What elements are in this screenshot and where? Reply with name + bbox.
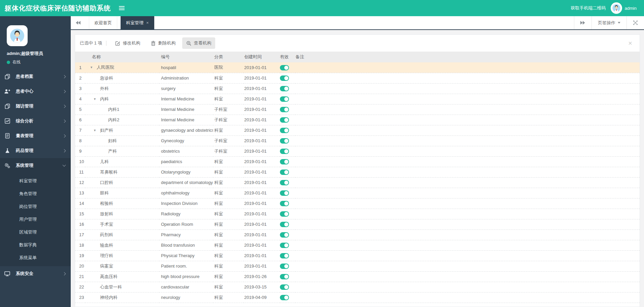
cell-category: 科室 <box>213 261 244 271</box>
table-row[interactable]: 21高血压科high blood pressure科室2019-01-26 <box>75 271 640 282</box>
cell-name: ▼内科 <box>85 94 159 104</box>
valid-toggle[interactable] <box>280 284 289 290</box>
table-row[interactable]: 7▼妇产科gynaecology and obstetrics科室2019-01… <box>75 125 640 135</box>
table-row[interactable]: 18输血科Blood transfusion科室2019-01-01 <box>75 240 640 250</box>
valid-toggle[interactable] <box>280 75 289 81</box>
table-row[interactable]: 10儿科paediatrics科室2019-01-01 <box>75 156 640 167</box>
edit-org-button[interactable]: 修改机构 <box>111 37 144 49</box>
sidebar-item-patient-center[interactable]: 患者中心 <box>0 84 71 99</box>
sidebar-item-scale-management[interactable]: 量表管理 <box>0 128 71 143</box>
tabs-scroll-right-button[interactable] <box>574 16 591 29</box>
hamburger-menu-icon[interactable] <box>119 6 125 10</box>
valid-toggle[interactable] <box>280 222 289 227</box>
table-row[interactable]: 4▼内科Internal Medicine科室2019-01-01 <box>75 94 640 104</box>
valid-toggle[interactable] <box>280 201 289 206</box>
panel-close-icon[interactable]: × <box>628 40 635 47</box>
valid-toggle[interactable] <box>280 138 289 144</box>
valid-toggle[interactable] <box>280 65 289 70</box>
valid-toggle[interactable] <box>280 295 289 300</box>
view-org-button[interactable]: 查看机构 <box>182 37 215 49</box>
table-row[interactable]: 20病案室Patient room.科室2019-01-01 <box>75 261 640 271</box>
table-row[interactable]: 17药剂科Pharmacy科室2019-01-01 <box>75 229 640 240</box>
table-row[interactable]: 3外科surgery科室2019-01-01 <box>75 83 640 94</box>
cell-valid <box>280 104 295 115</box>
sidebar-subitem[interactable]: 用户管理 <box>0 213 71 226</box>
cell-created: 2019-01-01 <box>244 198 280 209</box>
cell-remark <box>295 104 640 115</box>
expand-caret-icon[interactable]: ▼ <box>93 97 100 101</box>
valid-toggle[interactable] <box>280 264 289 269</box>
valid-toggle[interactable] <box>280 117 289 123</box>
name-wrap: 急诊科 <box>85 75 159 81</box>
table-row[interactable]: 19理疗科Physical Therapy科室2019-01-01 <box>75 250 640 261</box>
valid-toggle[interactable] <box>280 86 289 91</box>
toggle-knob <box>284 264 288 268</box>
valid-toggle[interactable] <box>280 211 289 217</box>
sidebar-subitem[interactable]: 区域管理 <box>0 226 71 239</box>
table-row[interactable]: 1▼人民医院hospatil医院2019-01-01 <box>75 62 640 73</box>
cell-remark <box>295 198 640 209</box>
valid-toggle[interactable] <box>280 128 289 133</box>
expand-caret-icon[interactable]: ▼ <box>93 129 100 132</box>
table-row[interactable]: 23神经内科neurology科室2019-04-09 <box>75 292 640 303</box>
tab-operations-dropdown[interactable]: 页签操作 <box>591 16 626 29</box>
department-name: 眼科 <box>100 190 109 196</box>
sidebar-item-label: 系统安全 <box>16 271 33 277</box>
sidebar-item-patient-archive[interactable]: 患者档案 <box>0 69 71 84</box>
valid-toggle[interactable] <box>280 253 289 258</box>
cell-index: 21 <box>75 271 85 282</box>
valid-toggle[interactable] <box>280 190 289 196</box>
valid-toggle[interactable] <box>280 107 289 112</box>
name-wrap: 神经内科 <box>85 295 159 301</box>
table-row[interactable]: 16手术室 Operation Room科室2019-01-01 <box>75 219 640 229</box>
cell-name: 急诊科 <box>85 73 159 83</box>
fullscreen-button[interactable] <box>626 16 644 29</box>
table-row[interactable]: 5内科1Internal Medicine子科室2019-01-01 <box>75 104 640 115</box>
valid-toggle[interactable] <box>280 159 289 164</box>
tab-close-icon[interactable]: × <box>146 21 149 25</box>
table-row[interactable]: 15放射科Radiology科室2019-01-01 <box>75 209 640 219</box>
table-row[interactable]: 14检验科Inspection Division科室2019-01-01 <box>75 198 640 209</box>
sidebar-item-followup-management[interactable]: 随访管理 <box>0 99 71 114</box>
cell-valid <box>280 292 295 303</box>
delete-org-button[interactable]: 删除机构 <box>147 37 180 49</box>
valid-toggle[interactable] <box>280 170 289 175</box>
expand-caret-icon[interactable]: ▼ <box>90 66 97 69</box>
table-row[interactable]: 13眼科ophthalmology科室2019-01-01 <box>75 188 640 198</box>
table-row[interactable]: 22心血管一科cardiovascular科室2019-03-15 <box>75 282 640 292</box>
sidebar-item-drug-management[interactable]: 药品管理 <box>0 143 71 158</box>
sidebar-subitem[interactable]: 数据字典 <box>0 239 71 251</box>
toggle-knob <box>284 243 288 247</box>
toggle-knob <box>284 160 288 164</box>
cell-category: 科室 <box>213 271 244 282</box>
valid-toggle[interactable] <box>280 180 289 185</box>
table-row[interactable]: 11耳鼻喉科Otolaryngology科室2019-01-01 <box>75 167 640 177</box>
sidebar-subitem[interactable]: 科室管理 <box>0 175 71 187</box>
table-row[interactable]: 9产科obstetrics子科室2019-01-01 <box>75 146 640 156</box>
name-wrap: 眼科 <box>85 190 159 196</box>
valid-toggle[interactable] <box>280 149 289 154</box>
qr-code-link[interactable]: 获取手机端二维码 <box>571 5 606 11</box>
tab-科室管理[interactable]: 科室管理× <box>121 16 154 29</box>
table-row[interactable]: 6内科2Internal Medicine子科室2019-01-01 <box>75 115 640 125</box>
department-name: 外科 <box>100 86 109 92</box>
user-chip[interactable]: admin <box>611 2 637 14</box>
sidebar-item-system-security[interactable]: 系统安全 <box>0 266 71 281</box>
tab-欢迎首页[interactable]: 欢迎首页 <box>89 16 117 29</box>
valid-toggle[interactable] <box>280 232 289 238</box>
online-status-icon <box>7 61 10 64</box>
table-row[interactable]: 12口腔科department of stomatology科室2019-01-… <box>75 177 640 188</box>
valid-toggle[interactable] <box>280 243 289 248</box>
cell-code: high blood pressure <box>159 271 213 282</box>
valid-toggle[interactable] <box>280 274 289 279</box>
table-row[interactable]: 2急诊科Administration科室2019-01-01 <box>75 73 640 83</box>
sidebar-item-comprehensive-analysis[interactable]: 综合分析 <box>0 114 71 128</box>
sidebar-item-system-management[interactable]: 系统管理 <box>0 158 71 173</box>
sidebar-subitem[interactable]: 系统菜单 <box>0 251 71 264</box>
table-row[interactable]: 8妇科Gynecology子科室2019-01-01 <box>75 135 640 146</box>
sidebar-subitem[interactable]: 岗位管理 <box>0 200 71 213</box>
valid-toggle[interactable] <box>280 96 289 102</box>
tabs-scroll-left-button[interactable] <box>71 16 86 29</box>
sidebar-subitem[interactable]: 角色管理 <box>0 187 71 200</box>
name-wrap: 内科1 <box>85 106 159 113</box>
